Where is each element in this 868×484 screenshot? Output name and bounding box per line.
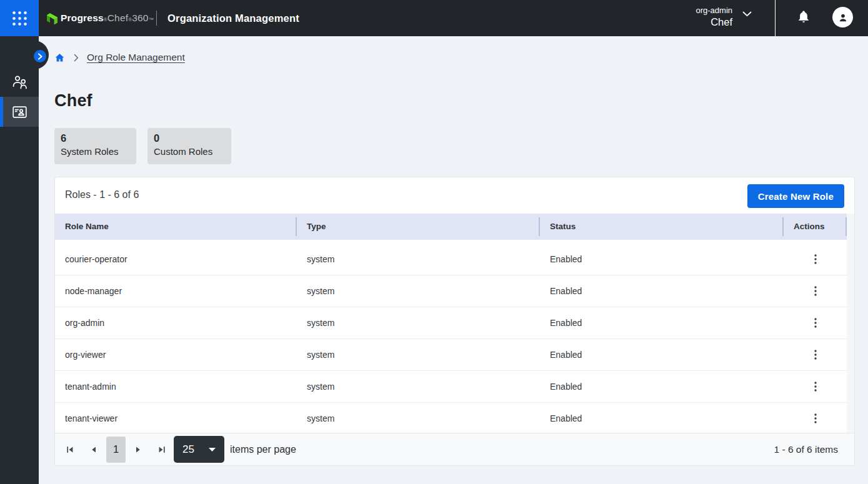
column-header-role-name[interactable]: Role Name	[55, 214, 297, 240]
table-header-row: Role Name Type Status Actions	[55, 214, 847, 240]
kebab-menu-icon	[814, 254, 817, 264]
items-per-page-label: items per page	[230, 444, 296, 455]
table-scrollbar-gutter[interactable]	[846, 214, 854, 435]
table-row[interactable]: tenant-admin system Enabled	[55, 371, 847, 403]
stat-card-system-roles: 6 System Roles	[54, 128, 136, 164]
cell-type: system	[297, 382, 540, 392]
stat-value: 6	[61, 132, 130, 145]
sidebar	[0, 36, 39, 484]
stat-label: Custom Roles	[154, 146, 225, 158]
table-row[interactable]: org-viewer system Enabled	[55, 339, 847, 371]
progress-logo-icon	[46, 12, 58, 25]
home-icon[interactable]	[55, 53, 64, 62]
stat-card-custom-roles: 0 Custom Roles	[147, 128, 231, 164]
row-actions-menu-button[interactable]	[806, 250, 825, 269]
pager-first-button[interactable]	[58, 438, 82, 462]
table-row[interactable]: courier-operator system Enabled	[55, 244, 847, 275]
brand-version: 360	[132, 12, 148, 24]
id-card-icon	[12, 106, 27, 118]
cell-role-name: tenant-admin	[55, 382, 297, 392]
main-content: Org Role Management Chef 6 System Roles …	[39, 36, 868, 484]
pager-last-button[interactable]	[150, 438, 174, 462]
row-actions-menu-button[interactable]	[806, 345, 825, 364]
org-switcher[interactable]: org-admin Chef	[681, 0, 756, 36]
row-actions-menu-button[interactable]	[806, 282, 825, 300]
sidebar-expand-button[interactable]	[34, 50, 46, 62]
kebab-menu-icon	[814, 413, 817, 423]
app-launcher-button[interactable]	[0, 0, 39, 36]
roles-panel-header: Roles - 1 - 6 of 6 Create New Role	[55, 177, 854, 214]
column-header-status[interactable]: Status	[540, 214, 784, 240]
roles-panel-title: Roles - 1 - 6 of 6	[65, 189, 139, 200]
cell-status: Enabled	[540, 318, 784, 328]
column-separator	[846, 217, 847, 236]
cell-type: system	[297, 286, 540, 296]
cell-type: system	[297, 413, 540, 423]
pager-prev-button[interactable]	[82, 438, 106, 462]
roles-table: Role Name Type Status Actions courier-op…	[55, 214, 854, 435]
page-size-select[interactable]: 25	[174, 436, 224, 463]
pager-next-icon	[134, 445, 142, 454]
org-role-label: org-admin	[696, 5, 732, 16]
notifications-button[interactable]	[795, 8, 812, 26]
user-avatar-icon	[837, 11, 849, 24]
pager-prev-icon	[89, 445, 98, 454]
table-row[interactable]: org-admin system Enabled	[55, 307, 847, 339]
kebab-menu-icon	[814, 286, 817, 296]
row-actions-menu-button[interactable]	[806, 409, 825, 428]
chevron-right-icon	[37, 53, 43, 60]
cell-status: Enabled	[540, 413, 784, 423]
pager-page-1-button[interactable]: 1	[106, 437, 126, 463]
pager-range-label: 1 - 6 of 6 items	[774, 444, 838, 455]
app-title: Organization Management	[167, 12, 299, 24]
active-indicator-bar	[0, 97, 3, 127]
sidebar-item-roles[interactable]	[0, 97, 39, 127]
create-new-role-button[interactable]: Create New Role	[747, 184, 844, 208]
table-row[interactable]: tenant-viewer system Enabled	[55, 403, 847, 435]
stat-value: 0	[154, 132, 225, 145]
cell-role-name: courier-operator	[55, 254, 297, 264]
stat-label: System Roles	[61, 146, 130, 158]
select-caret-icon	[209, 448, 216, 452]
brand-version-mark: ™	[149, 17, 154, 22]
app-grid-icon	[12, 11, 27, 26]
cell-status: Enabled	[540, 286, 784, 296]
cell-type: system	[297, 350, 540, 360]
page-title: Chef	[54, 91, 92, 111]
kebab-menu-icon	[814, 382, 817, 392]
bell-icon	[796, 9, 811, 24]
row-actions-menu-button[interactable]	[806, 377, 825, 396]
org-name-label: Chef	[711, 16, 732, 29]
cell-status: Enabled	[540, 350, 784, 360]
row-actions-menu-button[interactable]	[806, 314, 825, 332]
page-size-value: 25	[182, 443, 194, 456]
table-row[interactable]: node-manager system Enabled	[55, 275, 847, 307]
cell-role-name: org-admin	[55, 318, 297, 328]
users-icon	[12, 75, 27, 89]
breadcrumb: Org Role Management	[55, 51, 185, 64]
cell-role-name: node-manager	[55, 286, 297, 296]
column-header-type[interactable]: Type	[297, 214, 540, 240]
roles-panel: Roles - 1 - 6 of 6 Create New Role Role …	[54, 177, 855, 466]
cell-status: Enabled	[540, 382, 784, 392]
kebab-menu-icon	[814, 318, 817, 328]
pager-first-icon	[66, 445, 74, 454]
column-header-actions[interactable]: Actions	[784, 214, 847, 240]
kebab-menu-icon	[814, 350, 817, 360]
brand-suite-name: Chef	[107, 12, 129, 24]
cell-status: Enabled	[540, 254, 784, 264]
sidebar-item-users[interactable]	[0, 67, 39, 97]
pager-last-icon	[157, 445, 166, 454]
breadcrumb-chevron-icon	[74, 54, 79, 62]
table-body: courier-operator system Enabled node-man…	[55, 240, 847, 435]
pagination-bar: 1 25 items per page 1 - 6 of 6 items	[55, 433, 854, 465]
cell-role-name: org-viewer	[55, 350, 297, 360]
user-menu-button[interactable]	[832, 7, 853, 27]
topbar-divider	[156, 11, 157, 26]
breadcrumb-link-org-role-management[interactable]: Org Role Management	[87, 52, 185, 63]
brand-product-mark: ®	[104, 17, 107, 22]
pager-next-button[interactable]	[126, 438, 150, 462]
brand-product-name: Progress	[61, 12, 104, 24]
topbar: Progress®Chef®360™ Organization Manageme…	[0, 0, 868, 36]
chevron-down-icon	[742, 11, 752, 17]
